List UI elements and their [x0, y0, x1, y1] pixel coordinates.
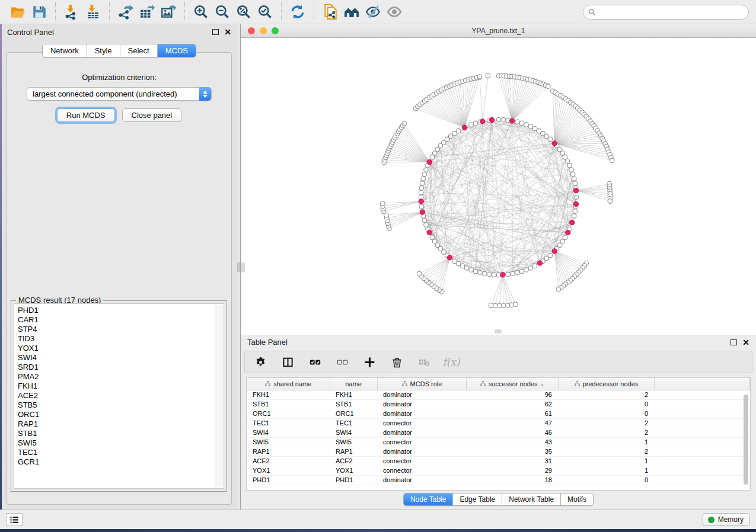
mcds-result-item[interactable]: STB5 [18, 400, 224, 410]
network-graph[interactable] [241, 38, 756, 335]
mcds-result-item[interactable]: ORC1 [18, 410, 224, 419]
mcds-result-item[interactable]: CAR1 [18, 315, 224, 325]
close-panel-button-inner[interactable]: Close panel [122, 108, 182, 122]
canvas-hscroll-handle[interactable] [495, 329, 502, 334]
cell-predecessor_nodes[interactable]: 1 [558, 466, 654, 475]
duplicate-network-icon[interactable] [320, 2, 341, 21]
mcds-result-item[interactable]: ACE2 [18, 391, 224, 400]
search-input[interactable] [599, 8, 744, 16]
export-network-icon[interactable] [115, 2, 136, 21]
show-eye-icon[interactable] [384, 2, 405, 21]
cell-successor_nodes[interactable]: 29 [466, 466, 558, 475]
table-row[interactable]: PHD1PHD1dominator180 [247, 475, 750, 485]
cell-name[interactable]: TEC1 [330, 418, 377, 428]
cell-predecessor_nodes[interactable]: 0 [558, 475, 654, 485]
table-tab-network-table[interactable]: Network Table [502, 493, 561, 505]
cell-successor_nodes[interactable]: 31 [466, 456, 558, 466]
select-all-icon[interactable] [308, 355, 322, 369]
hide-panels-icon[interactable] [362, 2, 384, 21]
memory-button[interactable]: Memory [703, 513, 750, 526]
mcds-result-item[interactable]: SRD1 [18, 363, 224, 372]
refresh-icon[interactable] [287, 2, 308, 21]
table-tab-motifs[interactable]: Motifs [561, 493, 593, 505]
mcds-result-item[interactable]: STB1 [18, 429, 224, 438]
columns-icon[interactable] [280, 355, 295, 369]
cell-predecessor_nodes[interactable]: 0 [558, 409, 654, 418]
tab-network[interactable]: Network [43, 44, 87, 57]
splitter-handle-icon[interactable] [237, 262, 240, 272]
task-history-button[interactable] [6, 513, 23, 526]
tab-select[interactable]: Select [120, 44, 158, 57]
cell-shared_name[interactable]: RAP1 [247, 447, 330, 456]
cell-successor_nodes[interactable]: 18 [466, 475, 558, 485]
table-row[interactable]: SWI5SWI5connector431 [247, 437, 750, 447]
table-row[interactable]: FKH1FKH1dominator962 [247, 390, 750, 399]
cell-successor_nodes[interactable]: 62 [466, 399, 558, 409]
zoom-in-icon[interactable] [190, 2, 212, 21]
column-header-shared-name[interactable]: shared name [247, 378, 330, 390]
zoom-fit-icon[interactable] [233, 2, 254, 21]
cell-shared_name[interactable]: SWI4 [247, 428, 330, 437]
cell-predecessor_nodes[interactable]: 0 [558, 399, 654, 409]
mcds-result-list[interactable]: PHD1CAR1STP4TID3YOX1SWI4SRD1PMA2FKH1ACE2… [14, 303, 224, 489]
float-panel-button[interactable] [212, 29, 219, 35]
network-overview-icon[interactable] [341, 2, 362, 21]
tab-mcds[interactable]: MCDS [158, 44, 196, 57]
cell-mcds_role[interactable]: dominator [377, 390, 466, 399]
cell-shared_name[interactable]: SWI5 [247, 437, 330, 447]
export-image-icon[interactable] [158, 2, 179, 21]
result-list-scrollbar[interactable] [215, 305, 223, 488]
cell-predecessor_nodes[interactable]: 2 [558, 418, 654, 428]
cell-name[interactable]: SWI4 [330, 428, 377, 437]
cell-successor_nodes[interactable]: 43 [466, 437, 558, 447]
cell-name[interactable]: ORC1 [330, 409, 377, 418]
cell-shared_name[interactable]: PHD1 [247, 475, 330, 485]
import-table-icon[interactable] [82, 2, 104, 21]
mcds-result-item[interactable]: TID3 [18, 334, 224, 344]
close-table-panel-button[interactable]: ✕ [742, 339, 749, 345]
cell-mcds_role[interactable]: dominator [377, 409, 466, 418]
column-header-name[interactable]: name [330, 378, 377, 390]
open-session-icon[interactable] [7, 2, 28, 21]
column-header-MCDS-role[interactable]: MCDS role [377, 378, 466, 390]
table-row[interactable]: STB1STB1dominator620 [247, 399, 750, 409]
cell-predecessor_nodes[interactable]: 2 [558, 390, 654, 399]
tab-style[interactable]: Style [87, 44, 120, 57]
cell-successor_nodes[interactable]: 96 [466, 390, 558, 399]
cell-mcds_role[interactable]: connector [377, 466, 466, 475]
panel-splitter[interactable] [237, 24, 241, 509]
table-row[interactable]: SWI4SWI4dominator462 [247, 428, 750, 437]
zoom-out-icon[interactable] [212, 2, 233, 21]
add-row-icon[interactable] [362, 355, 377, 369]
mcds-result-item[interactable]: PMA2 [18, 372, 224, 382]
mcds-result-item[interactable]: FKH1 [18, 382, 224, 391]
close-panel-button[interactable]: ✕ [224, 29, 231, 35]
cell-successor_nodes[interactable]: 47 [466, 418, 558, 428]
cell-mcds_role[interactable]: dominator [377, 475, 466, 485]
table-tab-node-table[interactable]: Node Table [404, 493, 454, 505]
table-row[interactable]: RAP1RAP1dominator352 [247, 447, 750, 456]
cell-successor_nodes[interactable]: 35 [466, 447, 558, 456]
import-network-icon[interactable] [61, 2, 82, 21]
cell-successor_nodes[interactable]: 46 [466, 428, 558, 437]
mcds-result-item[interactable]: GCR1 [18, 457, 224, 467]
table-row[interactable]: TEC1TEC1connector472 [247, 418, 750, 428]
table-row[interactable]: ORC1ORC1dominator610 [247, 409, 750, 418]
cell-name[interactable]: FKH1 [330, 390, 377, 399]
cell-mcds_role[interactable]: dominator [377, 399, 466, 409]
column-header-predecessor-nodes[interactable]: predecessor nodes [558, 378, 654, 390]
cell-shared_name[interactable]: ORC1 [247, 409, 330, 418]
mcds-result-item[interactable]: PHD1 [18, 306, 224, 315]
cell-mcds_role[interactable]: connector [377, 418, 466, 428]
mcds-result-item[interactable]: RAP1 [18, 419, 224, 429]
cell-shared_name[interactable]: YOX1 [247, 466, 330, 475]
cell-name[interactable]: YOX1 [330, 466, 377, 475]
cell-name[interactable]: PHD1 [330, 475, 377, 485]
table-tab-edge-table[interactable]: Edge Table [453, 493, 502, 505]
canvas-vscroll-handle[interactable] [241, 262, 245, 273]
table-row[interactable]: YOX1YOX1connector291 [247, 466, 750, 475]
search-box[interactable] [583, 5, 749, 20]
table-row[interactable]: ACE2ACE2connector311 [247, 456, 750, 466]
cell-shared_name[interactable]: STB1 [247, 399, 330, 409]
cell-mcds_role[interactable]: connector [377, 437, 466, 447]
